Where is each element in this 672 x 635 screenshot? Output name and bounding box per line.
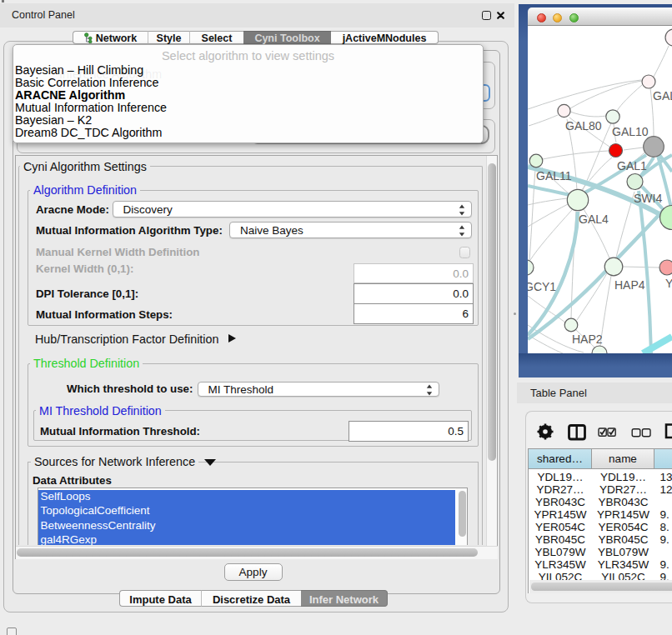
svg-text:GAL80: GAL80 (565, 119, 602, 132)
svg-text:GAL11: GAL11 (536, 169, 572, 182)
svg-text:Y: Y (665, 277, 672, 290)
svg-text:GAL1: GAL1 (617, 159, 647, 172)
svg-text:HAP2: HAP2 (572, 332, 603, 346)
svg-text:HAP4: HAP4 (614, 278, 645, 292)
svg-text:GAL7: GAL7 (653, 89, 672, 102)
svg-text:GAL4: GAL4 (579, 212, 609, 226)
svg-text:GAL10: GAL10 (612, 125, 649, 138)
svg-text:GCY1: GCY1 (528, 280, 556, 293)
svg-text:SWI4: SWI4 (634, 192, 662, 205)
